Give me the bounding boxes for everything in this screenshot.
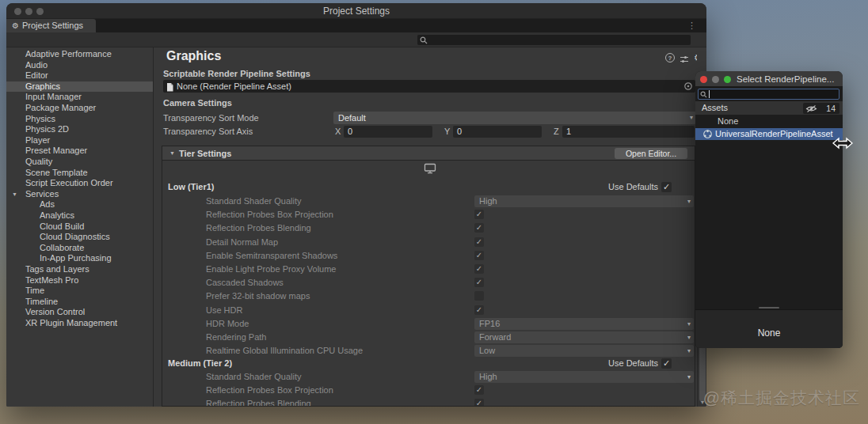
- sidebar-item-scene-template[interactable]: Scene Template: [6, 168, 153, 179]
- sidebar-item-analytics[interactable]: Analytics: [6, 210, 153, 221]
- tier-checkbox-reflection-probes-blending[interactable]: ✓: [474, 223, 484, 233]
- preview-drag-handle[interactable]: [759, 307, 779, 309]
- sidebar-item-services[interactable]: ▼Services: [6, 189, 153, 200]
- tier-dropdown-value: Forward: [479, 332, 511, 342]
- panel-gear-icon[interactable]: ⚙: [693, 53, 697, 63]
- axis-x-label: X: [335, 127, 341, 136]
- popup-titlebar[interactable]: Select RenderPipeline...: [695, 71, 843, 87]
- axis-z-field[interactable]: 1: [562, 126, 695, 138]
- sidebar-item-label: Physics: [25, 114, 55, 123]
- popup-search-input[interactable]: [698, 89, 839, 100]
- sidebar-item-xr-plugin-management[interactable]: XR Plugin Management: [6, 318, 153, 329]
- tier-checkbox-cascaded-shadows[interactable]: ✓: [474, 278, 484, 287]
- sidebar-item-package-manager[interactable]: Package Manager: [6, 103, 153, 114]
- sidebar-item-label: Collaborate: [40, 243, 84, 252]
- tier-checkbox-use-hdr[interactable]: ✓: [474, 305, 484, 315]
- sidebar-item-collaborate[interactable]: Collaborate: [6, 243, 153, 254]
- tier-row-label-standard-shader-quality: Standard Shader Quality: [206, 371, 301, 383]
- sidebar-item-editor[interactable]: Editor: [6, 70, 153, 81]
- popup-minimize-button[interactable]: [712, 76, 719, 83]
- tier-dropdown-realtime-global-illumination-cpu-usage[interactable]: Low▾: [474, 345, 694, 357]
- tier-row-label-cascaded-shadows: Cascaded Shadows: [206, 277, 284, 289]
- sidebar-item-physics-2d[interactable]: Physics 2D: [6, 124, 153, 135]
- popup-assets-bar: Assets 14: [695, 101, 843, 115]
- open-editor-button[interactable]: Open Editor...: [615, 148, 687, 159]
- sidebar-item-label: Input Manager: [25, 92, 82, 101]
- asset-row-none[interactable]: None: [695, 115, 843, 128]
- tier-dropdown-value: High: [479, 196, 497, 206]
- sidebar-item-label: In-App Purchasing: [40, 253, 112, 263]
- object-picker-icon[interactable]: [683, 81, 693, 94]
- sidebar-item-cloud-build[interactable]: Cloud Build: [6, 221, 153, 233]
- sidebar-item-quality[interactable]: Quality: [6, 157, 153, 168]
- sidebar-item-physics[interactable]: Physics: [6, 114, 153, 125]
- tier-dropdown-rendering-path[interactable]: Forward▾: [474, 331, 694, 343]
- tier-dropdown-hdr-mode[interactable]: FP16▾: [474, 318, 694, 330]
- tier-settings-header[interactable]: ▼ Tier Settings Open Editor...: [162, 146, 695, 161]
- sidebar-item-timeline[interactable]: Timeline: [6, 297, 153, 308]
- sidebar-item-in-app-purchasing[interactable]: In-App Purchasing: [6, 253, 153, 264]
- use-defaults-label: Use Defaults: [558, 358, 658, 369]
- resize-cursor-icon: [832, 136, 853, 153]
- sidebar-item-version-control[interactable]: Version Control: [6, 307, 153, 318]
- sidebar-item-ads[interactable]: Ads: [6, 199, 153, 210]
- popup-zoom-button[interactable]: [724, 76, 731, 83]
- tab-project-settings[interactable]: ⚙Project Settings: [6, 19, 96, 32]
- sidebar-item-tags-and-layers[interactable]: Tags and Layers: [6, 264, 153, 275]
- tier-dropdown-value: Low: [479, 346, 495, 355]
- platform-standalone-icon[interactable]: [424, 163, 436, 177]
- asset-row-universalrenderpipelineasset[interactable]: UniversalRenderPipelineAsset: [695, 128, 843, 141]
- sidebar-item-script-execution-order[interactable]: Script Execution Order: [6, 178, 153, 189]
- tab-assets[interactable]: Assets: [702, 101, 728, 115]
- asset-row-label: None: [718, 116, 738, 126]
- tier-checkbox-prefer-32-bit-shadow-maps[interactable]: [474, 291, 484, 301]
- settings-search-input[interactable]: [417, 35, 691, 45]
- use-defaults-checkbox[interactable]: ✓: [661, 182, 672, 192]
- window-menu-icon[interactable]: ⋮: [687, 21, 695, 31]
- tier-row-label-enable-light-probe-proxy-volume: Enable Light Probe Proxy Volume: [206, 263, 337, 275]
- project-settings-window: Project Settings ⚙Project Settings ⋮ Ada…: [6, 3, 706, 407]
- tier-checkbox-reflection-probes-blending[interactable]: ✓: [474, 399, 484, 407]
- sidebar-item-label: Audio: [25, 60, 48, 70]
- foldout-icon[interactable]: ▼: [169, 146, 175, 161]
- tier-checkbox-detail-normal-map[interactable]: ✓: [474, 237, 484, 247]
- sidebar-item-graphics[interactable]: Graphics: [6, 81, 153, 93]
- sidebar-item-time[interactable]: Time: [6, 286, 153, 297]
- sidebar-item-label: Adaptive Performance: [25, 49, 112, 59]
- sidebar-item-input-manager[interactable]: Input Manager: [6, 92, 153, 103]
- sidebar-item-audio[interactable]: Audio: [6, 60, 153, 71]
- foldout-icon[interactable]: ▼: [12, 189, 17, 200]
- hidden-packages-toggle[interactable]: 14: [803, 103, 839, 114]
- tier-checkbox-reflection-probes-box-projection[interactable]: ✓: [474, 385, 484, 395]
- chevron-down-icon: ▾: [687, 318, 691, 330]
- sidebar-item-label: Preset Manager: [25, 146, 87, 155]
- axis-x-field[interactable]: 0: [344, 126, 432, 138]
- axis-z-label: Z: [554, 127, 559, 136]
- sort-mode-dropdown[interactable]: Default ▾: [333, 112, 696, 124]
- axis-y-field[interactable]: 0: [453, 126, 542, 138]
- window-titlebar[interactable]: Project Settings: [6, 3, 706, 19]
- tier-settings-label: Tier Settings: [179, 146, 231, 161]
- desktop: Project Settings ⚙Project Settings ⋮ Ada…: [0, 0, 868, 424]
- sidebar-item-label: Tags and Layers: [25, 264, 89, 274]
- sidebar-item-adaptive-performance[interactable]: Adaptive Performance: [6, 49, 153, 60]
- sidebar-item-player[interactable]: Player: [6, 135, 153, 146]
- presets-icon[interactable]: [679, 53, 689, 63]
- sidebar-item-preset-manager[interactable]: Preset Manager: [6, 146, 153, 157]
- sidebar-item-label: Player: [25, 135, 50, 145]
- popup-title: Select RenderPipeline...: [737, 71, 834, 87]
- tier-checkbox-reflection-probes-box-projection[interactable]: ✓: [474, 210, 484, 219]
- use-defaults-checkbox[interactable]: ✓: [661, 358, 672, 369]
- tier-checkbox-enable-light-probe-proxy-volume[interactable]: ✓: [474, 264, 484, 274]
- help-icon[interactable]: ?: [665, 53, 675, 62]
- tier-checkbox-enable-semitransparent-shadows[interactable]: ✓: [474, 251, 484, 260]
- tier-dropdown-standard-shader-quality[interactable]: High▾: [474, 195, 694, 207]
- sidebar-item-cloud-diagnostics[interactable]: Cloud Diagnostics: [6, 232, 153, 243]
- sidebar-item-textmesh-pro[interactable]: TextMesh Pro: [6, 275, 153, 286]
- tier-row-label-reflection-probes-box-projection: Reflection Probes Box Projection: [206, 209, 333, 221]
- popup-close-button[interactable]: [700, 76, 707, 83]
- tier-dropdown-standard-shader-quality[interactable]: High▾: [474, 371, 694, 383]
- render-pipeline-asset-field[interactable]: None (Render Pipeline Asset): [163, 80, 695, 93]
- asset-row-label: UniversalRenderPipelineAsset: [715, 129, 833, 138]
- hidden-count: 14: [826, 103, 836, 114]
